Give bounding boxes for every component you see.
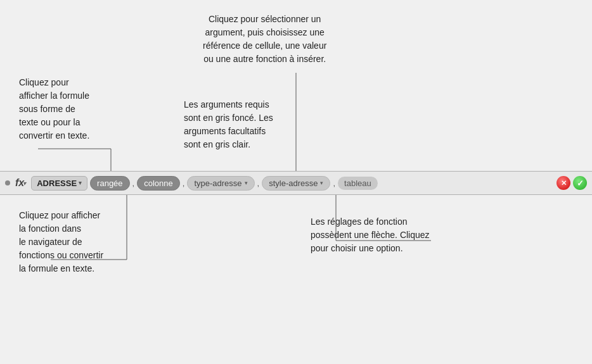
arg-style-adresse[interactable]: style-adresse ▾: [262, 176, 330, 191]
annotation-bottom-left: Cliquez pour afficher la fonction dans l…: [19, 209, 103, 275]
style-adresse-arrow: ▾: [320, 180, 323, 186]
fx-button[interactable]: fx ▾: [13, 176, 29, 190]
annotation-center-top: Cliquez pour sélectionner un argument, p…: [203, 13, 326, 66]
arg-tableau[interactable]: tableau: [338, 177, 378, 190]
annotation-bottom-right: Les réglages de fonction possèdent une f…: [311, 215, 430, 255]
fx-chevron-icon: ▾: [23, 180, 26, 187]
cancel-button[interactable]: [557, 176, 570, 190]
separator-4: ,: [333, 179, 335, 188]
formula-bar: fx ▾ ADRESSE ▾ rangée , colonne , type-a…: [0, 171, 592, 195]
type-adresse-arrow: ▾: [245, 180, 248, 186]
separator-1: ,: [132, 179, 135, 188]
dot-indicator: [5, 180, 10, 185]
function-name-token[interactable]: ADRESSE ▾: [31, 176, 87, 191]
arg-colonne[interactable]: colonne: [137, 176, 180, 191]
annotation-left-top: Cliquez pour afficher la formule sous fo…: [19, 76, 89, 142]
arg-type-adresse[interactable]: type-adresse ▾: [187, 176, 254, 191]
annotation-center-mid: Les arguments requis sont en gris foncé.…: [184, 98, 273, 151]
confirm-button[interactable]: [573, 176, 587, 190]
separator-2: ,: [183, 179, 185, 188]
arg-rangee[interactable]: rangée: [90, 176, 129, 191]
separator-3: ,: [257, 179, 260, 188]
function-name-chevron: ▾: [79, 180, 82, 186]
